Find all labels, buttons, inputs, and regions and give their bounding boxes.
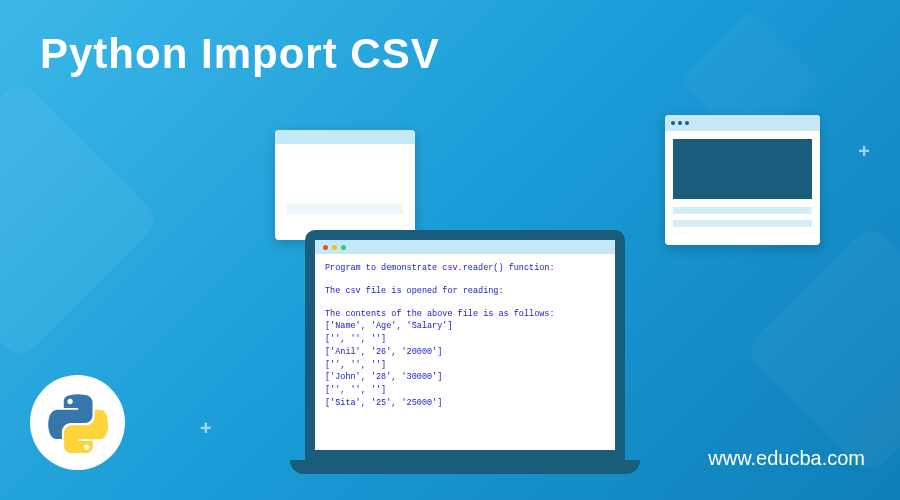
laptop-base (290, 460, 640, 474)
background-decoration (0, 79, 161, 362)
close-icon (323, 245, 328, 250)
window-content-box (673, 139, 812, 199)
decorative-window (665, 115, 820, 245)
code-line: ['', '', ''] (325, 384, 605, 397)
window-titlebar (665, 115, 820, 131)
code-line: The contents of the above file is as fol… (325, 308, 605, 321)
website-url: www.educba.com (708, 447, 865, 470)
window-content-line (673, 207, 812, 214)
window-content-line (287, 204, 403, 214)
window-content-line (673, 220, 812, 227)
code-line: ['John', '28', '30000'] (325, 371, 605, 384)
code-output: Program to demonstrate csv.reader() func… (315, 254, 615, 418)
plus-icon: + (200, 417, 212, 440)
laptop-illustration: Program to demonstrate csv.reader() func… (290, 230, 640, 500)
page-title: Python Import CSV (40, 30, 440, 78)
background-decoration (743, 223, 900, 478)
window-control-icon (671, 121, 675, 125)
code-line: The csv file is opened for reading: (325, 285, 605, 298)
code-line: ['Sita', '25', '25000'] (325, 397, 605, 410)
minimize-icon (332, 245, 337, 250)
code-line: ['Name', 'Age', 'Salary'] (325, 320, 605, 333)
plus-icon: + (858, 140, 870, 163)
code-line: ['Anil', '26', '20000'] (325, 346, 605, 359)
window-titlebar (275, 130, 415, 144)
window-control-icon (678, 121, 682, 125)
maximize-icon (341, 245, 346, 250)
laptop-screen: Program to demonstrate csv.reader() func… (305, 230, 625, 460)
python-icon (48, 393, 108, 453)
code-line: Program to demonstrate csv.reader() func… (325, 262, 605, 275)
python-logo-icon (30, 375, 125, 470)
terminal-titlebar (315, 240, 615, 254)
code-line: ['', '', ''] (325, 359, 605, 372)
code-line: ['', '', ''] (325, 333, 605, 346)
window-control-icon (685, 121, 689, 125)
decorative-window (275, 130, 415, 240)
